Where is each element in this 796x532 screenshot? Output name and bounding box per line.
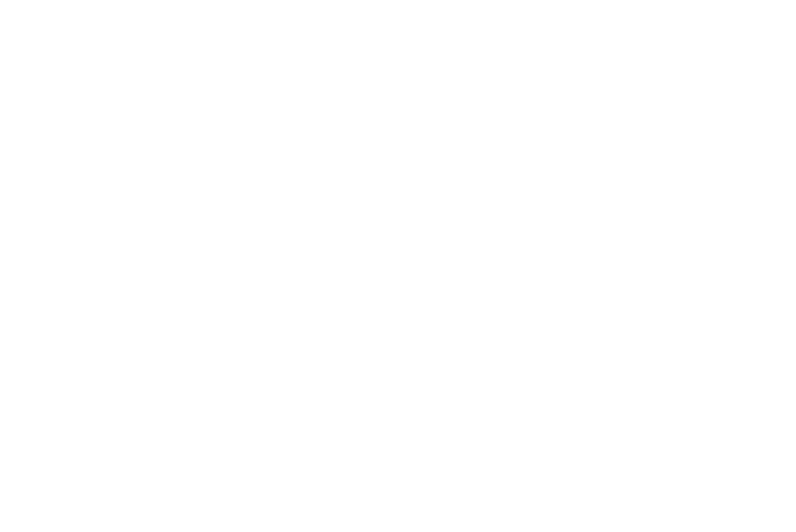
figure [0, 0, 796, 532]
prn-colorbar-canvas [0, 0, 126, 63]
